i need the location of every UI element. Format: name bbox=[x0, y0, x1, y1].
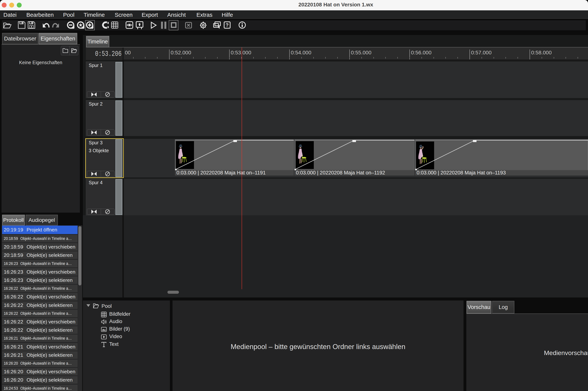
svg-text:?: ? bbox=[226, 22, 229, 28]
